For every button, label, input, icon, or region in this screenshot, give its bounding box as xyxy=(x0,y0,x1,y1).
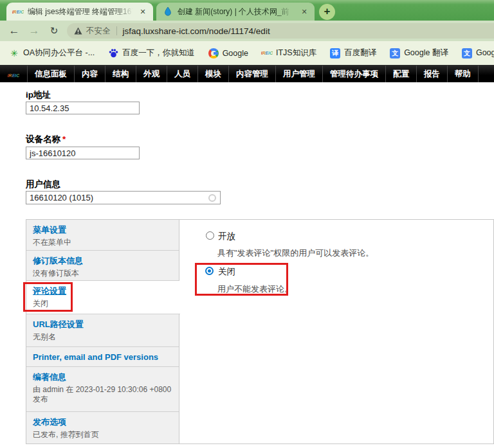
bookmark-google[interactable]: Google xyxy=(208,48,248,58)
radio-open-label[interactable]: 开放 xyxy=(218,231,235,242)
vtab-publishing-options[interactable]: 发布选项 已发布, 推荐到首页 xyxy=(26,412,179,444)
vtab-url-path-settings[interactable]: URL路径设置 无别名 xyxy=(26,314,179,347)
google-translate-icon: 文 xyxy=(390,48,400,58)
bookmark-google-translate[interactable]: 文 Google 翻译 xyxy=(390,48,448,58)
admin-toolbar: iREiC 信息面板 内容 结构 外观 人员 模块 内容管理 用户管理 管理待办… xyxy=(0,65,494,82)
device-name-label: 设备名称* xyxy=(26,134,66,145)
not-secure-warning-icon xyxy=(74,27,82,35)
bookmark-baidu[interactable]: 百度一下，你就知道 xyxy=(108,48,195,58)
autocomplete-throbber-icon xyxy=(208,194,216,202)
annotation-box-closed-option xyxy=(195,263,288,296)
browser-window: iREiC 编辑 jses终端管理 终端管理1674 ✕ 创建 新闻(story… xyxy=(0,0,494,448)
back-button-icon[interactable]: ← xyxy=(6,23,22,39)
tab-close-icon[interactable]: ✕ xyxy=(138,6,148,17)
user-info-label: 用户信息 xyxy=(26,179,60,190)
bookmark-google-translate-2[interactable]: 文 Google 翻 xyxy=(462,48,494,58)
adminbar-item-user-mgmt[interactable]: 用户管理 xyxy=(275,66,322,82)
tab-node-edit[interactable]: iREiC 编辑 jses终端管理 终端管理1674 ✕ xyxy=(6,3,153,21)
vtab-revision-info[interactable]: 修订版本信息 没有修订版本 xyxy=(26,251,179,281)
adminbar-item-content-mgmt[interactable]: 内容管理 xyxy=(228,66,275,82)
google-translate-icon: 文 xyxy=(462,48,472,58)
radio-open-description: 具有"发表评论"权限的用户可以发表评论。 xyxy=(217,247,374,259)
vtab-authoring-info[interactable]: 编著信息 由 admin 在 2023-01-29 10:30:06 +0800… xyxy=(26,367,179,412)
vtab-printer-email-pdf[interactable]: Printer, email and PDF versions xyxy=(26,347,179,367)
adminbar-item-appearance[interactable]: 外观 xyxy=(136,66,167,82)
adminbar-item-people[interactable]: 人员 xyxy=(167,66,197,82)
user-info-input[interactable] xyxy=(26,191,221,204)
adminbar-item-content[interactable]: 内容 xyxy=(74,66,105,82)
security-chip-label[interactable]: 不安全 xyxy=(86,26,111,37)
ireic-favicon-icon: iREiC xyxy=(13,6,23,17)
required-marker: * xyxy=(62,134,66,144)
radio-open[interactable] xyxy=(206,231,214,240)
tab-create-story[interactable]: 创建 新闻(story) | 个人技术网_前 ✕ xyxy=(156,3,315,21)
tab-title: 创建 新闻(story) | 个人技术网_前 xyxy=(178,6,297,17)
adminbar-item-reports[interactable]: 报告 xyxy=(416,66,447,82)
vtab-menu-settings[interactable]: 菜单设置 不在菜单中 xyxy=(26,220,179,251)
omnibox-separator xyxy=(116,26,117,35)
bookmarks-bar: ✳ OA协同办公平台 -... 百度一下，你就知道 Google xyxy=(0,41,494,65)
url-text[interactable]: jsfaq.luxshare-ict.com/node/11174/edit xyxy=(123,26,270,36)
google-g-icon xyxy=(208,48,219,58)
reload-button-icon[interactable]: ↻ xyxy=(46,23,62,39)
baidu-translate-icon: 译 xyxy=(330,48,340,58)
address-bar[interactable]: 不安全 jsfaq.luxshare-ict.com/node/11174/ed… xyxy=(67,23,494,39)
forward-button-icon[interactable]: → xyxy=(26,23,42,39)
device-name-input[interactable] xyxy=(26,147,140,159)
adminbar-item-help[interactable]: 帮助 xyxy=(447,66,479,82)
adminbar-item-modules[interactable]: 模块 xyxy=(197,66,228,82)
adminbar-item-structure[interactable]: 结构 xyxy=(105,66,136,82)
adminbar-item-config[interactable]: 配置 xyxy=(385,66,416,82)
ip-address-input[interactable] xyxy=(26,102,140,114)
green-flower-icon: ✳ xyxy=(9,48,19,58)
tab-close-icon[interactable]: ✕ xyxy=(299,6,309,17)
vertical-tabs-list: 菜单设置 不在菜单中 修订版本信息 没有修订版本 评论设置 关闭 URL路径设置… xyxy=(26,220,179,444)
adminbar-item-dashboard[interactable]: 信息面板 xyxy=(27,66,74,82)
bookmark-oa[interactable]: ✳ OA协同办公平台 -... xyxy=(9,48,95,58)
drupal-drop-icon xyxy=(163,6,173,17)
ireic-logo-icon: iREiC xyxy=(262,48,272,58)
adminbar-item-admin-tasks[interactable]: 管理待办事项 xyxy=(322,66,385,82)
baidu-paw-icon xyxy=(108,48,118,58)
new-tab-button[interactable]: + xyxy=(319,4,335,20)
bookmark-itjs[interactable]: iREiC ITJS知识库 xyxy=(262,48,316,58)
tab-strip: iREiC 编辑 jses终端管理 终端管理1674 ✕ 创建 新闻(story… xyxy=(0,0,494,21)
site-logo-icon[interactable]: iREiC xyxy=(0,68,27,80)
bookmark-baidu-translate[interactable]: 译 百度翻译 xyxy=(330,48,376,58)
tab-title: 编辑 jses终端管理 终端管理1674 xyxy=(28,6,135,17)
ip-address-label: ip地址 xyxy=(26,89,51,101)
annotation-box-comment-tab xyxy=(23,282,73,312)
